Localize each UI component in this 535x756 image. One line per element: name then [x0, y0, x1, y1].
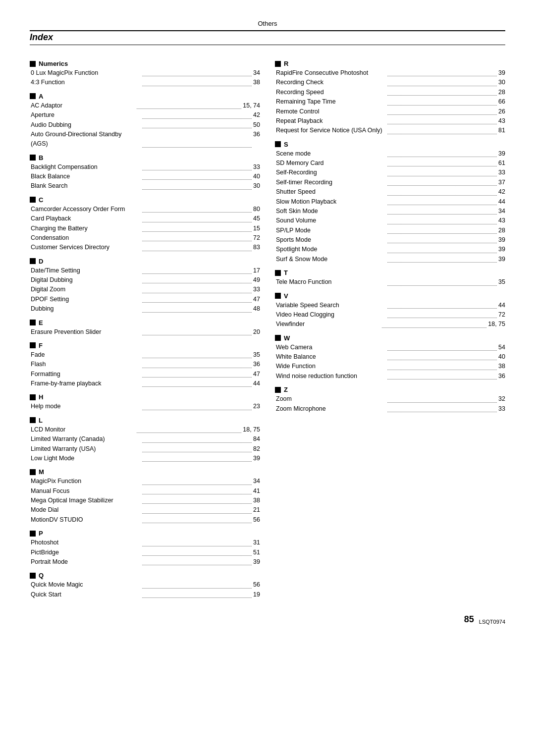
index-entry: Sound Volume43 — [275, 216, 505, 225]
entry-page: 72 — [498, 310, 505, 320]
index-entry: Audio Dubbing50 — [30, 120, 260, 130]
entry-dots — [137, 425, 241, 433]
index-entry: Limited Warranty (Canada)84 — [30, 434, 260, 444]
entry-page: 81 — [498, 126, 505, 135]
entry-name: Customer Services Directory — [31, 243, 141, 252]
entry-name: Soft Skin Mode — [276, 207, 386, 216]
index-columns: Numerics0 Lux MagicPix Function344:3 Fun… — [30, 55, 505, 599]
entry-dots — [142, 172, 252, 180]
section-V: VVariable Speed Search44Video Head Clogg… — [275, 292, 505, 329]
entry-dots — [387, 226, 497, 234]
entry-page: 36 — [253, 130, 260, 149]
entry-name: Video Head Clogging — [276, 310, 386, 320]
entry-page: 32 — [498, 394, 505, 404]
entry-name: Limited Warranty (Canada) — [31, 434, 141, 444]
entry-dots — [387, 343, 497, 351]
entry-name: Sports Mode — [276, 235, 386, 245]
entry-dots — [387, 372, 497, 379]
entry-dots — [387, 404, 497, 412]
entry-name: Auto Ground-Directional Standby (AGS) — [31, 130, 141, 149]
entry-name: Flash — [31, 360, 141, 369]
entry-page: 40 — [498, 352, 505, 362]
section-R: RRapidFire Consecutive Photoshot39Record… — [275, 60, 505, 136]
entry-page: 34 — [253, 68, 260, 78]
entry-name: Self-timer Recording — [276, 178, 386, 187]
index-entry: Quick Start19 — [30, 590, 260, 599]
index-entry: Help mode23 — [30, 402, 260, 411]
index-entry: Aperture42 — [30, 110, 260, 120]
entry-dots — [142, 379, 252, 387]
entry-name: Repeat Playback — [276, 116, 386, 126]
section-label: R — [284, 60, 288, 67]
entry-dots — [387, 68, 497, 76]
entry-page: 40 — [253, 172, 260, 181]
section-label: Numerics — [39, 60, 68, 67]
index-entry: Condensation72 — [30, 233, 260, 243]
entry-dots — [387, 149, 497, 157]
index-entry: Black Balance40 — [30, 172, 260, 181]
entry-page: 48 — [253, 304, 260, 314]
entry-dots — [142, 505, 252, 513]
entry-page: 45 — [253, 214, 260, 223]
entry-name: Erasure Prevention Slider — [31, 327, 141, 337]
index-entry: Card Playback45 — [30, 214, 260, 223]
section-label: B — [39, 154, 43, 162]
entry-dots — [142, 214, 252, 222]
page-title: Index — [30, 32, 505, 43]
index-entry: Shutter Speed42 — [275, 187, 505, 197]
index-entry: Viewfinder18, 75 — [275, 320, 505, 329]
section-header-L: L — [30, 417, 260, 424]
section-header-E: E — [30, 319, 260, 326]
page-footer: 85 LSQT0974 — [30, 614, 505, 625]
index-entry: Flash36 — [30, 360, 260, 369]
entry-page: 50 — [253, 120, 260, 130]
entry-name: Surf & Snow Mode — [276, 255, 386, 264]
entry-name: Photoshot — [31, 538, 141, 547]
entry-page: 30 — [498, 78, 505, 87]
entry-dots — [142, 434, 252, 442]
entry-dots — [387, 197, 497, 205]
entry-page: 72 — [253, 233, 260, 243]
right-column: RRapidFire Consecutive Photoshot39Record… — [275, 55, 505, 599]
section-S: SScene mode39SD Memory Card61Self-Record… — [275, 141, 505, 265]
entry-dots — [387, 78, 497, 86]
section-P: PPhotoshot31PictBridge51Portrait Mode39 — [30, 530, 260, 567]
entry-dots — [142, 275, 252, 283]
entry-page: 30 — [253, 181, 260, 191]
entry-page: 54 — [498, 343, 505, 352]
entry-dots — [387, 216, 497, 224]
index-entry: AC Adaptor15, 74 — [30, 101, 260, 110]
section-B: BBacklight Compensation33Black Balance40… — [30, 154, 260, 191]
section-block-icon — [30, 197, 36, 203]
index-entry: Slow Motion Playback44 — [275, 197, 505, 207]
section-label: V — [284, 292, 288, 300]
entry-name: SP/LP Mode — [276, 226, 386, 235]
entry-page: 35 — [498, 277, 505, 287]
entry-name: Help mode — [31, 402, 141, 411]
section-D: DDate/Time Setting17Digital Dubbing49Dig… — [30, 258, 260, 314]
index-entry: Sports Mode39 — [275, 235, 505, 245]
entry-name: Recording Speed — [276, 88, 386, 97]
section-header-V: V — [275, 292, 505, 300]
entry-page: 39 — [498, 245, 505, 254]
entry-dots — [142, 590, 252, 598]
entry-page: 21 — [253, 505, 260, 515]
entry-name: LCD Monitor — [31, 425, 135, 434]
entry-name: Viewfinder — [276, 320, 380, 329]
entry-dots — [142, 266, 252, 274]
left-column: Numerics0 Lux MagicPix Function344:3 Fun… — [30, 55, 260, 599]
index-entry: Fade35 — [30, 350, 260, 360]
index-entry: Repeat Playback43 — [275, 116, 505, 126]
entry-dots — [387, 301, 497, 309]
index-entry: MotionDV STUDIO56 — [30, 515, 260, 525]
section-label: H — [39, 393, 43, 401]
entry-name: Audio Dubbing — [31, 120, 141, 130]
entry-dots — [382, 320, 486, 327]
entry-dots — [387, 187, 497, 195]
section-label: L — [39, 417, 43, 424]
entry-dots — [142, 68, 252, 76]
section-header-P: P — [30, 530, 260, 537]
entry-name: 0 Lux MagicPix Function — [31, 68, 141, 78]
entry-name: Remaining Tape Time — [276, 97, 386, 107]
entry-page: 34 — [498, 207, 505, 216]
